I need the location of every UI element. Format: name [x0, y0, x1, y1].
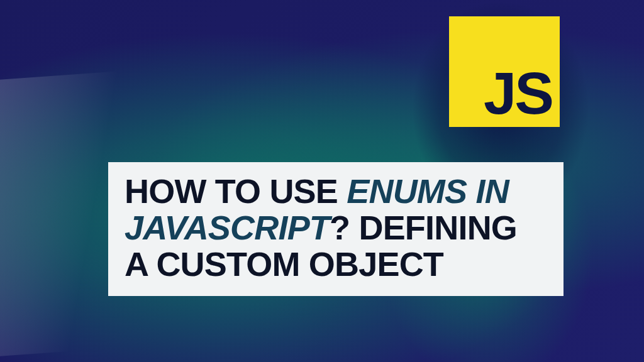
title-text: HOW TO USE ENUMS IN JAVASCRIPT? DEFINING…: [125, 173, 547, 282]
javascript-logo-text: JS: [484, 64, 552, 123]
javascript-logo: JS: [449, 16, 560, 127]
monitor-silhouette: [0, 71, 119, 356]
title-card: HOW TO USE ENUMS IN JAVASCRIPT? DEFINING…: [108, 162, 564, 296]
title-part1: HOW TO USE: [125, 172, 347, 210]
